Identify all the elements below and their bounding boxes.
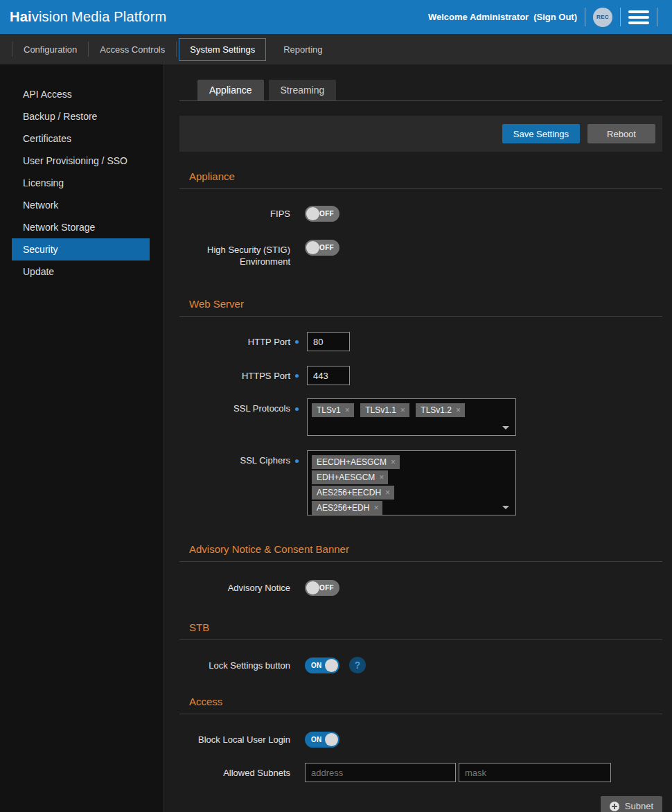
http-port-input[interactable] [307,332,350,351]
toggle-state-label: OFF [319,584,334,592]
reboot-button[interactable]: Reboot [587,124,655,143]
sidebar-item-licensing[interactable]: Licensing [12,172,150,194]
app-logo: HaivisionMedia Platform [10,9,166,25]
tag-label: EECDH+AESGCM [317,457,387,467]
app-header: HaivisionMedia Platform Welcome Administ… [0,0,672,34]
remove-tag-icon[interactable]: × [456,405,461,415]
section-appliance: Appliance FIPS OFF High Security (STIG) … [179,170,662,267]
logo-text-product: Media Platform [71,9,166,24]
main-content: Appliance Streaming Save Settings Reboot… [164,64,672,812]
remove-tag-icon[interactable]: × [385,488,390,497]
tag-label: TLSv1.1 [365,405,396,415]
section-web-server: Web Server HTTP Port HTTPS Port SSL Prot… [179,298,662,515]
ssl-ciphers-label: SSL Ciphers [179,450,290,466]
ssl-protocols-select[interactable]: TLSv1 × TLSv1.1 × TLSv1.2 × [307,398,516,436]
remove-tag-icon[interactable]: × [400,405,405,415]
menu-icon[interactable] [628,9,649,26]
tag-label: AES256+EECDH [317,488,381,497]
ssl-cipher-tag: EECDH+AESGCM × [312,455,400,469]
help-icon[interactable]: ? [349,657,366,673]
toggle-knob [306,581,319,594]
sidebar-item-api-access[interactable]: API Access [12,83,150,105]
save-settings-button[interactable]: Save Settings [502,124,580,143]
lock-settings-toggle[interactable]: ON [305,657,339,673]
advisory-notice-label: Advisory Notice [179,582,290,594]
subnet-address-input[interactable] [305,763,456,782]
header-divider [620,8,621,26]
section-title-access: Access [179,696,662,714]
toggle-state-label: ON [311,736,322,743]
nav-item-reporting[interactable]: Reporting [272,38,333,61]
toggle-knob [325,659,338,672]
required-indicator [295,459,299,463]
allowed-subnets-label: Allowed Subnets [179,767,290,779]
block-local-login-label: Block Local User Login [179,734,290,745]
fips-label: FIPS [179,208,290,220]
remove-tag-icon[interactable]: × [379,473,384,482]
https-port-label: HTTPS Port [179,370,290,382]
stig-label: High Security (STIG) Environment [179,240,290,267]
required-indicator [295,374,299,378]
sidebar-item-network[interactable]: Network [12,194,150,216]
fips-row: FIPS OFF [179,206,662,222]
add-subnet-button-label: Subnet [625,801,653,811]
sidebar-item-network-storage[interactable]: Network Storage [12,216,150,238]
advisory-notice-toggle[interactable]: OFF [305,580,339,596]
fips-toggle[interactable]: OFF [305,206,339,222]
tab-streaming[interactable]: Streaming [269,80,337,100]
http-port-label: HTTP Port [179,336,290,348]
required-indicator [295,407,299,411]
nav-item-access-controls[interactable]: Access Controls [89,38,176,61]
tag-label: TLSv1 [317,405,341,415]
sidebar-item-backup-restore[interactable]: Backup / Restore [12,105,150,127]
tag-label: TLSv1.2 [421,405,452,415]
tab-appliance[interactable]: Appliance [197,80,264,100]
sidebar: API Access Backup / Restore Certificates… [0,64,164,812]
nav-divider [176,42,177,57]
toolbar: Save Settings Reboot [179,116,662,152]
sign-out-link[interactable]: (Sign Out) [533,12,577,22]
header-divider [585,8,585,26]
allowed-subnets-row: Allowed Subnets [179,763,662,782]
nav-item-system-settings[interactable]: System Settings [179,38,266,61]
https-port-input[interactable] [307,366,350,385]
subnet-mask-input[interactable] [459,763,611,782]
remove-tag-icon[interactable]: × [391,457,396,467]
ssl-cipher-tag: AES256+EECDH × [312,486,394,500]
nav-item-configuration[interactable]: Configuration [12,38,88,61]
ssl-protocols-label: SSL Protocols [179,398,290,414]
section-title-advisory: Advisory Notice & Consent Banner [179,543,662,562]
add-subnet-button[interactable]: Subnet [601,796,662,812]
header-right-group: Welcome Administrator (Sign Out) REC [428,8,665,27]
sidebar-item-security[interactable]: Security [12,238,150,261]
section-advisory: Advisory Notice & Consent Banner Advisor… [179,543,662,596]
remove-tag-icon[interactable]: × [345,405,350,415]
block-local-login-toggle[interactable]: ON [305,732,339,748]
welcome-text: Welcome Administrator [428,12,529,22]
sidebar-item-user-provisioning-sso[interactable]: User Provisioning / SSO [12,150,150,172]
sidebar-item-certificates[interactable]: Certificates [12,127,150,150]
dropdown-caret-icon[interactable] [502,506,509,509]
toggle-knob [306,207,319,220]
dropdown-caret-icon[interactable] [502,426,509,430]
toggle-state-label: OFF [319,244,334,251]
stig-row: High Security (STIG) Environment OFF [179,240,662,267]
main-nav: Configuration Access Controls System Set… [0,34,672,64]
logo-text-vision: vision [32,9,68,24]
toggle-knob [325,733,338,746]
subnet-button-row: Subnet [179,796,662,812]
ssl-protocol-tag: TLSv1.1 × [360,403,409,417]
sidebar-item-update[interactable]: Update [12,261,150,283]
ssl-ciphers-select[interactable]: EECDH+AESGCM × EDH+AESGCM × AES256+EECDH… [307,450,516,515]
rec-badge[interactable]: REC [593,8,612,27]
section-access: Access Block Local User Login ON Allowed… [179,696,662,812]
toggle-state-label: ON [311,662,322,669]
section-title-stb: STB [179,621,662,640]
advisory-notice-row: Advisory Notice OFF [179,580,662,596]
ssl-protocols-row: SSL Protocols TLSv1 × TLSv1.1 × TLSv1.2 … [179,398,662,436]
remove-tag-icon[interactable]: × [373,503,378,513]
tag-label: EDH+AESGCM [317,473,375,482]
logo-text-hai: Hai [10,9,32,24]
required-indicator [295,340,299,344]
stig-toggle[interactable]: OFF [305,240,339,256]
